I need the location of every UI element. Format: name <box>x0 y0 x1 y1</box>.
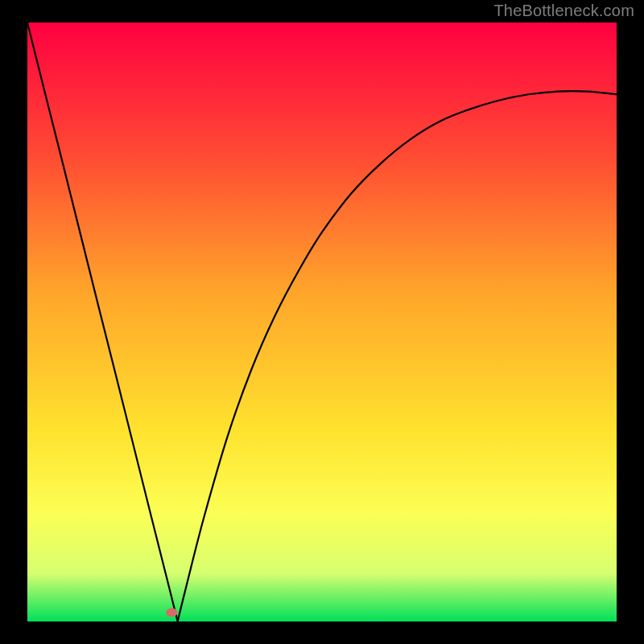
chart-frame: TheBottleneck.com <box>0 0 644 644</box>
optimum-marker <box>166 608 177 617</box>
watermark-text: TheBottleneck.com <box>493 2 634 20</box>
gradient-background <box>27 23 617 621</box>
bottleneck-chart <box>27 23 617 621</box>
